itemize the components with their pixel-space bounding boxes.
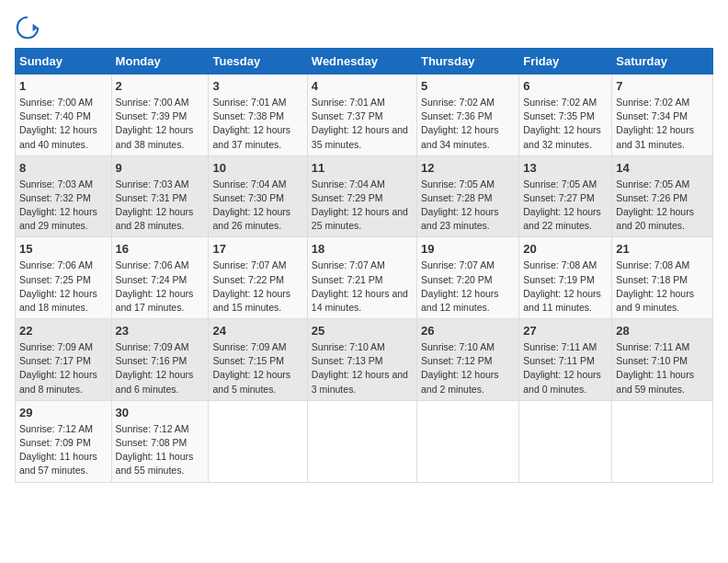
day-number: 15 xyxy=(19,241,108,259)
day-number: 26 xyxy=(421,323,515,340)
header-row: Sunday Monday Tuesday Wednesday Thursday… xyxy=(16,49,713,75)
table-cell: 1Sunrise: 7:00 AMSunset: 7:40 PMDaylight… xyxy=(16,75,112,156)
table-cell: 3Sunrise: 7:01 AMSunset: 7:38 PMDaylight… xyxy=(209,75,307,156)
table-cell xyxy=(209,400,307,482)
col-tuesday: Tuesday xyxy=(209,49,307,75)
col-saturday: Saturday xyxy=(612,49,713,75)
table-cell xyxy=(519,400,612,482)
day-number: 2 xyxy=(116,78,205,96)
day-number: 28 xyxy=(616,323,709,340)
table-cell: 14Sunrise: 7:05 AMSunset: 7:26 PMDayligh… xyxy=(612,155,713,237)
table-cell: 9Sunrise: 7:03 AMSunset: 7:31 PMDaylight… xyxy=(111,155,209,237)
table-cell: 2Sunrise: 7:00 AMSunset: 7:39 PMDaylight… xyxy=(111,75,209,156)
day-number: 14 xyxy=(616,160,709,178)
table-cell: 12Sunrise: 7:05 AMSunset: 7:28 PMDayligh… xyxy=(416,155,518,237)
table-cell: 30Sunrise: 7:12 AMSunset: 7:08 PMDayligh… xyxy=(111,400,209,482)
day-number: 8 xyxy=(19,160,108,178)
table-cell: 22Sunrise: 7:09 AMSunset: 7:17 PMDayligh… xyxy=(16,319,112,401)
day-number: 11 xyxy=(312,160,413,178)
table-cell: 21Sunrise: 7:08 AMSunset: 7:18 PMDayligh… xyxy=(612,237,713,319)
day-number: 6 xyxy=(523,78,608,96)
day-number: 27 xyxy=(523,323,608,340)
day-number: 13 xyxy=(523,160,608,178)
col-monday: Monday xyxy=(111,49,209,75)
table-cell: 5Sunrise: 7:02 AMSunset: 7:36 PMDaylight… xyxy=(416,75,518,156)
table-cell: 13Sunrise: 7:05 AMSunset: 7:27 PMDayligh… xyxy=(519,155,612,237)
table-cell: 20Sunrise: 7:08 AMSunset: 7:19 PMDayligh… xyxy=(519,237,612,319)
logo-icon xyxy=(15,15,40,40)
col-sunday: Sunday xyxy=(16,49,112,75)
day-number: 12 xyxy=(421,160,515,178)
table-cell: 11Sunrise: 7:04 AMSunset: 7:29 PMDayligh… xyxy=(307,155,416,237)
day-number: 3 xyxy=(212,78,302,96)
day-number: 20 xyxy=(523,241,608,259)
table-cell: 10Sunrise: 7:04 AMSunset: 7:30 PMDayligh… xyxy=(209,155,307,237)
col-thursday: Thursday xyxy=(416,49,518,75)
table-row: 8Sunrise: 7:03 AMSunset: 7:32 PMDaylight… xyxy=(16,155,713,237)
day-number: 30 xyxy=(116,405,205,422)
table-row: 29Sunrise: 7:12 AMSunset: 7:09 PMDayligh… xyxy=(16,400,713,482)
day-number: 21 xyxy=(616,241,709,259)
day-number: 19 xyxy=(421,241,515,259)
table-cell: 7Sunrise: 7:02 AMSunset: 7:34 PMDaylight… xyxy=(612,75,713,156)
table-cell xyxy=(416,400,518,482)
day-number: 29 xyxy=(19,405,108,422)
table-cell: 15Sunrise: 7:06 AMSunset: 7:25 PMDayligh… xyxy=(16,237,112,319)
table-cell xyxy=(612,400,713,482)
table-cell xyxy=(307,400,416,482)
day-number: 16 xyxy=(116,241,205,259)
day-number: 18 xyxy=(312,241,413,259)
day-number: 9 xyxy=(116,160,205,178)
day-number: 22 xyxy=(19,323,108,340)
day-number: 1 xyxy=(19,78,108,96)
table-cell: 26Sunrise: 7:10 AMSunset: 7:12 PMDayligh… xyxy=(416,319,518,401)
table-cell: 8Sunrise: 7:03 AMSunset: 7:32 PMDaylight… xyxy=(16,155,112,237)
table-cell: 4Sunrise: 7:01 AMSunset: 7:37 PMDaylight… xyxy=(307,75,416,156)
table-cell: 17Sunrise: 7:07 AMSunset: 7:22 PMDayligh… xyxy=(209,237,307,319)
table-cell: 28Sunrise: 7:11 AMSunset: 7:10 PMDayligh… xyxy=(612,319,713,401)
table-row: 1Sunrise: 7:00 AMSunset: 7:40 PMDaylight… xyxy=(16,75,713,156)
table-cell: 29Sunrise: 7:12 AMSunset: 7:09 PMDayligh… xyxy=(16,400,112,482)
table-cell: 6Sunrise: 7:02 AMSunset: 7:35 PMDaylight… xyxy=(519,75,612,156)
table-cell: 23Sunrise: 7:09 AMSunset: 7:16 PMDayligh… xyxy=(111,319,209,401)
table-cell: 19Sunrise: 7:07 AMSunset: 7:20 PMDayligh… xyxy=(416,237,518,319)
table-cell: 24Sunrise: 7:09 AMSunset: 7:15 PMDayligh… xyxy=(209,319,307,401)
day-number: 24 xyxy=(212,323,302,340)
day-number: 17 xyxy=(212,241,302,259)
day-number: 10 xyxy=(212,160,302,178)
day-number: 4 xyxy=(312,78,413,96)
table-row: 15Sunrise: 7:06 AMSunset: 7:25 PMDayligh… xyxy=(16,237,713,319)
table-cell: 16Sunrise: 7:06 AMSunset: 7:24 PMDayligh… xyxy=(111,237,209,319)
day-number: 25 xyxy=(312,323,413,340)
col-wednesday: Wednesday xyxy=(307,49,416,75)
day-number: 5 xyxy=(421,78,515,96)
logo xyxy=(15,15,44,40)
header xyxy=(15,15,713,40)
calendar-table: Sunday Monday Tuesday Wednesday Thursday… xyxy=(15,48,713,483)
day-number: 7 xyxy=(616,78,709,96)
table-row: 22Sunrise: 7:09 AMSunset: 7:17 PMDayligh… xyxy=(16,319,713,401)
table-cell: 25Sunrise: 7:10 AMSunset: 7:13 PMDayligh… xyxy=(307,319,416,401)
day-number: 23 xyxy=(116,323,205,340)
table-cell: 18Sunrise: 7:07 AMSunset: 7:21 PMDayligh… xyxy=(307,237,416,319)
col-friday: Friday xyxy=(519,49,612,75)
table-cell: 27Sunrise: 7:11 AMSunset: 7:11 PMDayligh… xyxy=(519,319,612,401)
